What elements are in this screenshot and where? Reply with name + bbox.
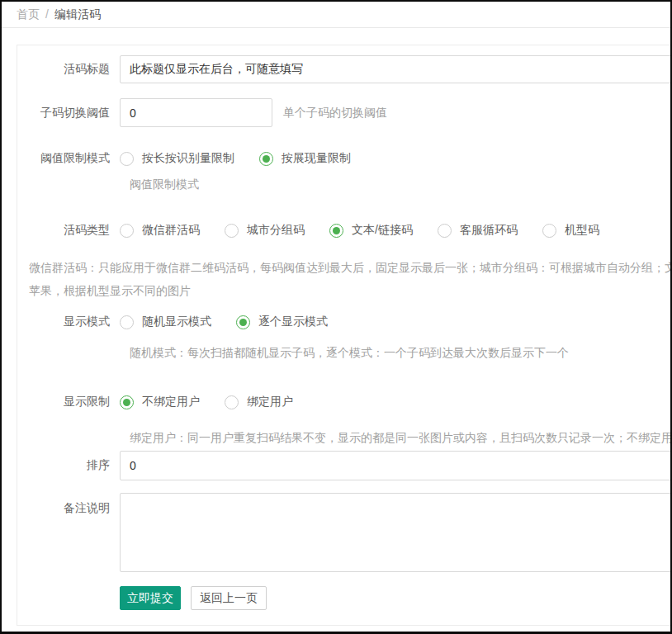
radio-option-label: 随机显示模式: [142, 315, 211, 329]
breadcrumb-current: 编辑活码: [54, 7, 101, 21]
radio-option-label: 按长按识别量限制: [142, 151, 234, 166]
form-row-threshold: 子码切换阈值 单个子码的切换阈值: [17, 98, 672, 127]
radio-unselected-icon: [225, 224, 239, 238]
radio-selected-icon: [329, 224, 343, 238]
display-limit-label: 显示限制: [17, 395, 120, 409]
display-mode-radio-group: 随机显示模式逐个显示模式: [120, 315, 353, 329]
form-row-code-type: 活码类型 微信群活码城市分组码文本/链接码客服循环码机型码: [17, 223, 672, 238]
code-type-hint: 微信群活码：只能应用于微信群二维码活码，每码阀值达到最大后，固定显示最后一张；城…: [29, 256, 672, 302]
radio-option-label: 客服循环码: [460, 223, 518, 238]
code-type-radio-group: 微信群活码城市分组码文本/链接码客服循环码机型码: [120, 223, 624, 238]
radio-option[interactable]: 绑定用户: [225, 395, 293, 409]
display-limit-radio-group: 不绑定用户绑定用户: [120, 395, 318, 409]
radio-unselected-icon: [225, 395, 239, 409]
radio-option-label: 绑定用户: [247, 395, 293, 409]
radio-option[interactable]: 机型码: [542, 223, 599, 238]
radio-option-label: 不绑定用户: [142, 395, 200, 409]
radio-selected-icon: [236, 315, 250, 329]
radio-option[interactable]: 不绑定用户: [120, 395, 200, 409]
radio-option[interactable]: 客服循环码: [438, 223, 518, 238]
display-limit-hint: 绑定用户：同一用户重复扫码结果不变，显示的都是同一张图片或内容，且扫码次数只记录…: [130, 431, 672, 444]
sort-label: 排序: [17, 458, 120, 473]
radio-option[interactable]: 城市分组码: [225, 223, 305, 238]
radio-option-label: 微信群活码: [142, 223, 200, 238]
code-type-label: 活码类型: [17, 223, 120, 238]
form-row-title: 活码标题: [17, 55, 672, 83]
form-actions: 立即提交 返回上一页: [120, 586, 672, 610]
breadcrumb-separator: /: [45, 7, 49, 21]
radio-unselected-icon: [120, 315, 134, 329]
threshold-mode-radio-group: 按长按识别量限制按展现量限制: [120, 151, 376, 166]
radio-unselected-icon: [120, 152, 134, 166]
form-row-display-mode: 显示模式 随机显示模式逐个显示模式: [17, 315, 672, 329]
display-mode-hint: 随机模式：每次扫描都随机显示子码，逐个模式：一个子码到达最大次数后显示下一个: [130, 346, 672, 359]
threshold-mode-hint: 阀值限制模式: [130, 177, 672, 191]
radio-option-label: 文本/链接码: [352, 223, 413, 238]
threshold-hint: 单个子码的切换阈值: [283, 106, 387, 121]
radio-option[interactable]: 文本/链接码: [329, 223, 413, 238]
submit-button[interactable]: 立即提交: [120, 586, 181, 610]
threshold-input[interactable]: [120, 98, 272, 127]
breadcrumb-home-link[interactable]: 首页: [17, 7, 40, 21]
radio-option[interactable]: 按长按识别量限制: [120, 151, 234, 166]
form-row-sort: 排序: [17, 451, 672, 480]
back-button[interactable]: 返回上一页: [191, 586, 267, 610]
radio-selected-icon: [120, 395, 134, 409]
threshold-mode-label: 阈值限制模式: [17, 151, 120, 166]
radio-option-label: 城市分组码: [247, 223, 305, 238]
sort-input[interactable]: [120, 451, 672, 480]
radio-option[interactable]: 随机显示模式: [120, 315, 211, 329]
form-row-display-limit: 显示限制 不绑定用户绑定用户: [17, 395, 672, 409]
radio-selected-icon: [259, 152, 273, 166]
remark-textarea[interactable]: [120, 493, 672, 572]
radio-option[interactable]: 逐个显示模式: [236, 315, 328, 329]
edit-form-panel: 活码标题 子码切换阈值 单个子码的切换阈值 阈值限制模式 按长按识别量限制按展现…: [17, 45, 672, 626]
radio-option-label: 机型码: [565, 223, 599, 238]
title-label: 活码标题: [17, 62, 120, 77]
radio-option[interactable]: 按展现量限制: [259, 151, 351, 166]
code-type-hint-line1: 微信群活码：只能应用于微信群二维码活码，每码阀值达到最大后，固定显示最后一张；城…: [29, 256, 672, 279]
radio-option[interactable]: 微信群活码: [120, 223, 200, 238]
radio-unselected-icon: [120, 224, 134, 238]
remark-label: 备注说明: [17, 493, 120, 516]
radio-unselected-icon: [542, 224, 556, 238]
display-mode-label: 显示模式: [17, 315, 120, 329]
radio-option-label: 按展现量限制: [282, 151, 351, 166]
form-row-remark: 备注说明: [17, 493, 672, 572]
threshold-label: 子码切换阈值: [17, 106, 120, 121]
code-type-hint-line2: 苹果，根据机型显示不同的图片: [29, 279, 672, 302]
edit-form: 活码标题 子码切换阈值 单个子码的切换阈值 阈值限制模式 按长按识别量限制按展现…: [17, 45, 672, 610]
breadcrumb: 首页/编辑活码: [2, 2, 670, 28]
radio-option-label: 逐个显示模式: [258, 315, 328, 329]
form-row-threshold-mode: 阈值限制模式 按长按识别量限制按展现量限制: [17, 151, 672, 166]
radio-unselected-icon: [438, 224, 452, 238]
app-window: 首页/编辑活码 活码标题 子码切换阈值 单个子码的切换阈值 阈值限制模式 按长按…: [0, 0, 672, 634]
title-input[interactable]: [120, 55, 672, 83]
